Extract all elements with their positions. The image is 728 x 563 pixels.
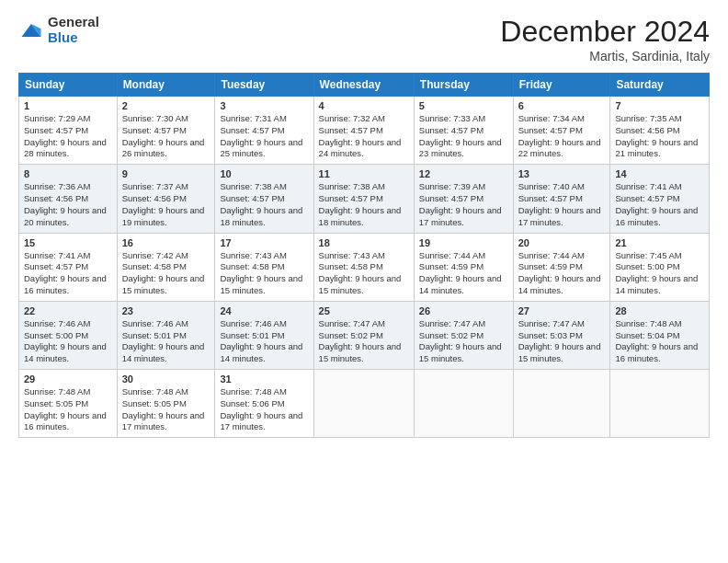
day-info: Sunrise: 7:47 AMSunset: 5:03 PMDaylight:… (518, 318, 606, 365)
day-info: Sunrise: 7:38 AMSunset: 4:57 PMDaylight:… (319, 181, 409, 228)
calendar-cell: 25Sunrise: 7:47 AMSunset: 5:02 PMDayligh… (313, 301, 414, 369)
day-info: Sunrise: 7:46 AMSunset: 5:00 PMDaylight:… (24, 318, 112, 365)
day-info: Sunrise: 7:47 AMSunset: 5:02 PMDaylight:… (419, 318, 508, 365)
calendar: SundayMondayTuesdayWednesdayThursdayFrid… (18, 73, 710, 438)
day-number: 6 (518, 100, 606, 111)
calendar-cell: 19Sunrise: 7:44 AMSunset: 4:59 PMDayligh… (414, 233, 513, 301)
day-number: 24 (220, 305, 308, 316)
title-block: December 2024 Martis, Sardinia, Italy (500, 15, 710, 63)
day-number: 3 (220, 100, 308, 111)
col-header-sunday: Sunday (19, 74, 118, 97)
calendar-cell: 15Sunrise: 7:41 AMSunset: 4:57 PMDayligh… (19, 233, 118, 301)
calendar-cell: 2Sunrise: 7:30 AMSunset: 4:57 PMDaylight… (117, 97, 215, 165)
calendar-cell: 29Sunrise: 7:48 AMSunset: 5:05 PMDayligh… (19, 370, 118, 438)
calendar-cell: 16Sunrise: 7:42 AMSunset: 4:58 PMDayligh… (117, 233, 215, 301)
col-header-tuesday: Tuesday (215, 74, 313, 97)
day-info: Sunrise: 7:48 AMSunset: 5:05 PMDaylight:… (24, 386, 112, 433)
calendar-cell: 31Sunrise: 7:48 AMSunset: 5:06 PMDayligh… (215, 370, 313, 438)
col-header-saturday: Saturday (610, 74, 710, 97)
day-info: Sunrise: 7:43 AMSunset: 4:58 PMDaylight:… (220, 250, 308, 297)
calendar-cell: 3Sunrise: 7:31 AMSunset: 4:57 PMDaylight… (215, 97, 313, 165)
calendar-cell: 13Sunrise: 7:40 AMSunset: 4:57 PMDayligh… (513, 165, 610, 233)
day-number: 18 (319, 237, 409, 248)
calendar-cell: 22Sunrise: 7:46 AMSunset: 5:00 PMDayligh… (19, 301, 118, 369)
day-number: 7 (615, 100, 704, 111)
calendar-cell: 4Sunrise: 7:32 AMSunset: 4:57 PMDaylight… (313, 97, 414, 165)
calendar-cell: 10Sunrise: 7:38 AMSunset: 4:57 PMDayligh… (215, 165, 313, 233)
calendar-cell: 9Sunrise: 7:37 AMSunset: 4:56 PMDaylight… (117, 165, 215, 233)
calendar-cell: 7Sunrise: 7:35 AMSunset: 4:56 PMDaylight… (610, 97, 710, 165)
day-number: 19 (419, 237, 508, 248)
calendar-cell: 30Sunrise: 7:48 AMSunset: 5:05 PMDayligh… (117, 370, 215, 438)
calendar-cell: 14Sunrise: 7:41 AMSunset: 4:57 PMDayligh… (610, 165, 710, 233)
day-number: 25 (319, 305, 409, 316)
calendar-cell: 8Sunrise: 7:36 AMSunset: 4:56 PMDaylight… (19, 165, 118, 233)
day-info: Sunrise: 7:31 AMSunset: 4:57 PMDaylight:… (220, 113, 308, 160)
location: Martis, Sardinia, Italy (500, 49, 710, 63)
logo-text: General Blue (48, 15, 99, 45)
day-info: Sunrise: 7:36 AMSunset: 4:56 PMDaylight:… (24, 181, 112, 228)
page: General Blue December 2024 Martis, Sardi… (0, 0, 728, 563)
day-number: 5 (419, 100, 508, 111)
day-number: 28 (615, 305, 704, 316)
day-number: 16 (122, 237, 210, 248)
day-info: Sunrise: 7:43 AMSunset: 4:58 PMDaylight:… (319, 250, 409, 297)
day-info: Sunrise: 7:48 AMSunset: 5:05 PMDaylight:… (122, 386, 210, 433)
day-number: 8 (24, 168, 112, 179)
col-header-friday: Friday (513, 74, 610, 97)
day-info: Sunrise: 7:34 AMSunset: 4:57 PMDaylight:… (518, 113, 606, 160)
day-number: 12 (419, 168, 508, 179)
calendar-cell: 27Sunrise: 7:47 AMSunset: 5:03 PMDayligh… (513, 301, 610, 369)
day-info: Sunrise: 7:48 AMSunset: 5:06 PMDaylight:… (220, 386, 308, 433)
day-info: Sunrise: 7:38 AMSunset: 4:57 PMDaylight:… (220, 181, 308, 228)
day-number: 13 (518, 168, 606, 179)
calendar-cell: 6Sunrise: 7:34 AMSunset: 4:57 PMDaylight… (513, 97, 610, 165)
day-info: Sunrise: 7:48 AMSunset: 5:04 PMDaylight:… (615, 318, 704, 365)
calendar-cell: 12Sunrise: 7:39 AMSunset: 4:57 PMDayligh… (414, 165, 513, 233)
logo: General Blue (18, 15, 99, 45)
day-number: 26 (419, 305, 508, 316)
day-info: Sunrise: 7:41 AMSunset: 4:57 PMDaylight:… (615, 181, 704, 228)
day-info: Sunrise: 7:37 AMSunset: 4:56 PMDaylight:… (122, 181, 210, 228)
day-number: 4 (319, 100, 409, 111)
day-number: 21 (615, 237, 704, 248)
day-number: 27 (518, 305, 606, 316)
calendar-cell (414, 370, 513, 438)
col-header-thursday: Thursday (414, 74, 513, 97)
col-header-monday: Monday (117, 74, 215, 97)
calendar-cell: 26Sunrise: 7:47 AMSunset: 5:02 PMDayligh… (414, 301, 513, 369)
day-number: 2 (122, 100, 210, 111)
month-title: December 2024 (500, 15, 710, 49)
day-number: 1 (24, 100, 112, 111)
day-number: 10 (220, 168, 308, 179)
calendar-cell: 5Sunrise: 7:33 AMSunset: 4:57 PMDaylight… (414, 97, 513, 165)
col-header-wednesday: Wednesday (313, 74, 414, 97)
day-info: Sunrise: 7:46 AMSunset: 5:01 PMDaylight:… (122, 318, 210, 365)
day-number: 29 (24, 373, 112, 385)
calendar-cell: 11Sunrise: 7:38 AMSunset: 4:57 PMDayligh… (313, 165, 414, 233)
calendar-cell (513, 370, 610, 438)
logo-icon (18, 17, 44, 43)
day-info: Sunrise: 7:29 AMSunset: 4:57 PMDaylight:… (24, 113, 112, 160)
day-number: 14 (615, 168, 704, 179)
day-number: 11 (319, 168, 409, 179)
day-info: Sunrise: 7:44 AMSunset: 4:59 PMDaylight:… (419, 250, 508, 297)
calendar-cell (610, 370, 710, 438)
day-info: Sunrise: 7:47 AMSunset: 5:02 PMDaylight:… (319, 318, 409, 365)
day-info: Sunrise: 7:33 AMSunset: 4:57 PMDaylight:… (419, 113, 508, 160)
day-info: Sunrise: 7:44 AMSunset: 4:59 PMDaylight:… (518, 250, 606, 297)
day-number: 17 (220, 237, 308, 248)
calendar-cell: 18Sunrise: 7:43 AMSunset: 4:58 PMDayligh… (313, 233, 414, 301)
calendar-cell (313, 370, 414, 438)
calendar-cell: 24Sunrise: 7:46 AMSunset: 5:01 PMDayligh… (215, 301, 313, 369)
day-info: Sunrise: 7:32 AMSunset: 4:57 PMDaylight:… (319, 113, 409, 160)
day-info: Sunrise: 7:39 AMSunset: 4:57 PMDaylight:… (419, 181, 508, 228)
day-number: 9 (122, 168, 210, 179)
day-info: Sunrise: 7:41 AMSunset: 4:57 PMDaylight:… (24, 250, 112, 297)
day-number: 23 (122, 305, 210, 316)
day-info: Sunrise: 7:45 AMSunset: 5:00 PMDaylight:… (615, 250, 704, 297)
header: General Blue December 2024 Martis, Sardi… (18, 15, 710, 63)
calendar-cell: 17Sunrise: 7:43 AMSunset: 4:58 PMDayligh… (215, 233, 313, 301)
day-number: 15 (24, 237, 112, 248)
day-info: Sunrise: 7:35 AMSunset: 4:56 PMDaylight:… (615, 113, 704, 160)
